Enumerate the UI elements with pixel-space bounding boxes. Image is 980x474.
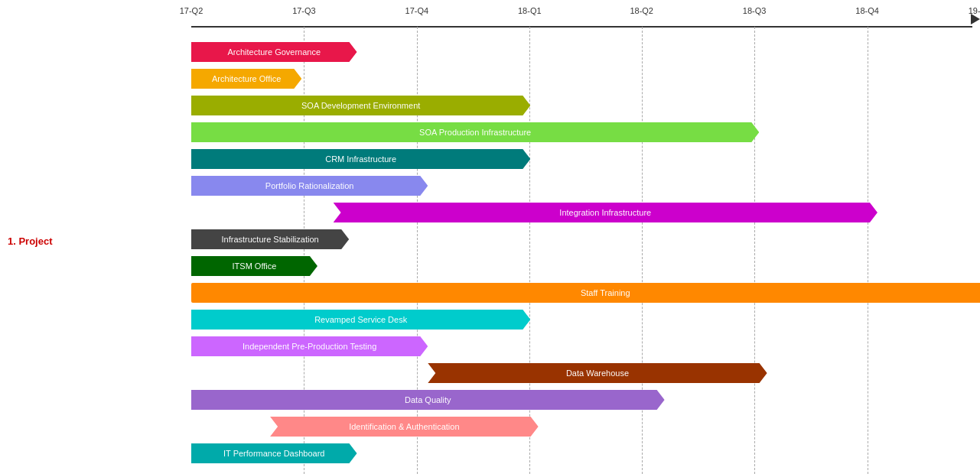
quarter-label-18-Q4: 18-Q4 [852, 6, 883, 15]
timeline-arrow [971, 14, 980, 24]
bar-data-quality: Data Quality [191, 390, 665, 410]
quarter-label-17-Q3: 17-Q3 [288, 6, 319, 15]
bar-itsm-office: ITSM Office [191, 256, 317, 276]
quarter-label-17-Q4: 17-Q4 [402, 6, 432, 15]
section-label: 1. Project [8, 235, 53, 247]
bar-portfolio-rationalization: Portfolio Rationalization [191, 176, 428, 196]
quarter-label-17-Q2: 17-Q2 [176, 6, 207, 15]
bar-crm-infrastructure: CRM Infrastructure [191, 149, 530, 169]
bar-identification--authentication: Identification & Authentication [270, 417, 539, 437]
quarter-label-18-Q1: 18-Q1 [514, 6, 545, 15]
bar-revamped-service-desk: Revamped Service Desk [191, 310, 530, 330]
bar-independent-pre-production-testing: Independent Pre-Production Testing [191, 336, 428, 356]
bar-soa-production-infrastructure: SOA Production Infrastructure [191, 122, 759, 142]
chart-container: 1. Project 17-Q217-Q317-Q418-Q118-Q218-Q… [0, 0, 980, 474]
quarter-label-19-Q1: 19-Q1 [965, 6, 980, 15]
quarter-label-18-Q3: 18-Q3 [739, 6, 770, 15]
bar-soa-development-environment: SOA Development Environment [191, 96, 530, 115]
quarter-dashed-line-18-Q4 [868, 27, 868, 474]
timeline-line [191, 26, 972, 28]
bar-it-performance-dashboard: IT Performance Dashboard [191, 443, 357, 463]
quarter-dashed-line-18-Q3 [754, 27, 755, 474]
bar-architecture-office: Architecture Office [191, 69, 301, 89]
bar-infrastructure-stabilization: Infrastructure Stabilization [191, 229, 349, 249]
quarter-label-18-Q2: 18-Q2 [627, 6, 657, 15]
bar-architecture-governance: Architecture Governance [191, 42, 357, 62]
bar-data-warehouse: Data Warehouse [428, 363, 767, 383]
bar-integration-infrastructure: Integration Infrastructure [334, 203, 877, 222]
bar-staff-training: Staff Training [191, 283, 980, 303]
